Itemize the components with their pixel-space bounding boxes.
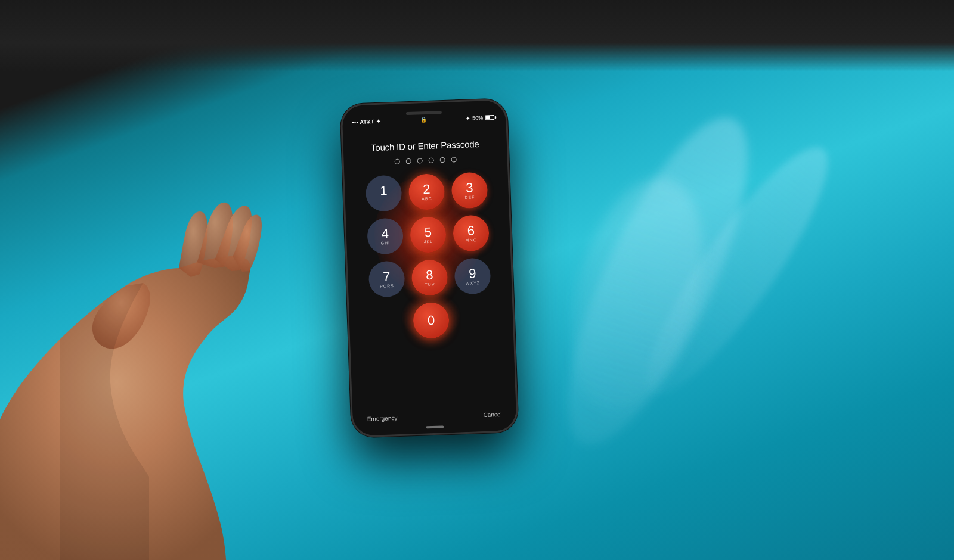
key-7[interactable]: 7 PQRS <box>368 260 405 297</box>
battery-area: ✦ 50% <box>466 114 496 122</box>
phone-wrapper: ▪▪▪ AT&T ✦ 🔒 ✦ 50% <box>340 98 518 437</box>
emergency-button[interactable]: Emergency <box>367 415 398 422</box>
passcode-dot-3 <box>417 158 423 163</box>
passcode-dots <box>395 157 457 164</box>
battery-tip <box>495 116 496 119</box>
passcode-dot-5 <box>440 157 445 163</box>
key-0-number: 0 <box>428 314 435 327</box>
key-4-letters: GHI <box>381 241 391 245</box>
cancel-button[interactable]: Cancel <box>483 411 502 418</box>
key-4[interactable]: 4 GHI <box>367 218 404 255</box>
key-2-letters: ABC <box>422 197 432 201</box>
status-center: 🔒 <box>420 117 426 123</box>
keypad-zero-row: 0 <box>401 294 461 339</box>
carrier-signal: ▪▪▪ AT&T ✦ <box>352 119 381 126</box>
keypad: 1 2 ABC 3 DEF 4 GHI 5 JKL <box>354 172 503 298</box>
key-7-number: 7 <box>383 270 391 283</box>
key-6-letters: MNO <box>466 238 478 242</box>
home-indicator[interactable] <box>426 425 444 428</box>
bluetooth-icon: ✦ <box>466 115 470 121</box>
key-5-letters: JKL <box>424 239 433 244</box>
battery-fill <box>485 116 490 119</box>
battery-body <box>485 115 494 120</box>
phone-screen: ▪▪▪ AT&T ✦ 🔒 ✦ 50% <box>342 100 516 435</box>
key-5[interactable]: 5 JKL <box>410 216 447 253</box>
key-4-number: 4 <box>381 227 389 240</box>
key-9-letters: WXYZ <box>466 281 480 285</box>
key-1-letters <box>383 198 385 203</box>
signal-bars: ▪▪▪ <box>352 119 360 125</box>
key-6[interactable]: 6 MNO <box>453 214 490 251</box>
key-5-number: 5 <box>424 226 432 239</box>
wifi-icon: ✦ <box>376 119 381 125</box>
passcode-dot-6 <box>451 157 457 162</box>
key-8-letters: TUV <box>425 282 435 287</box>
lock-title: Touch ID or Enter Passcode <box>371 139 479 153</box>
lock-icon: 🔒 <box>420 117 426 123</box>
key-6-number: 6 <box>467 224 475 237</box>
key-9[interactable]: 9 WXYZ <box>454 257 491 294</box>
bottom-actions: Emergency Cancel <box>352 400 516 429</box>
key-8-number: 8 <box>426 269 433 282</box>
key-7-letters: PQRS <box>380 284 394 288</box>
battery-icon <box>485 115 496 120</box>
key-9-number: 9 <box>469 267 476 280</box>
iphone: ▪▪▪ AT&T ✦ 🔒 ✦ 50% <box>340 98 518 437</box>
passcode-dot-4 <box>429 158 434 163</box>
passcode-dot-1 <box>395 159 400 164</box>
key-3-letters: DEF <box>464 195 475 200</box>
key-3[interactable]: 3 DEF <box>451 172 488 209</box>
key-1-number: 1 <box>380 184 388 197</box>
carrier-name: AT&T <box>360 119 374 125</box>
key-1[interactable]: 1 <box>366 175 402 212</box>
key-8[interactable]: 8 TUV <box>411 259 448 296</box>
key-2[interactable]: 2 ABC <box>408 173 445 210</box>
key-3-number: 3 <box>466 181 473 194</box>
passcode-dot-2 <box>406 158 411 164</box>
battery-percent: 50% <box>472 115 483 122</box>
key-2-number: 2 <box>423 183 430 196</box>
key-0[interactable]: 0 <box>413 302 450 339</box>
